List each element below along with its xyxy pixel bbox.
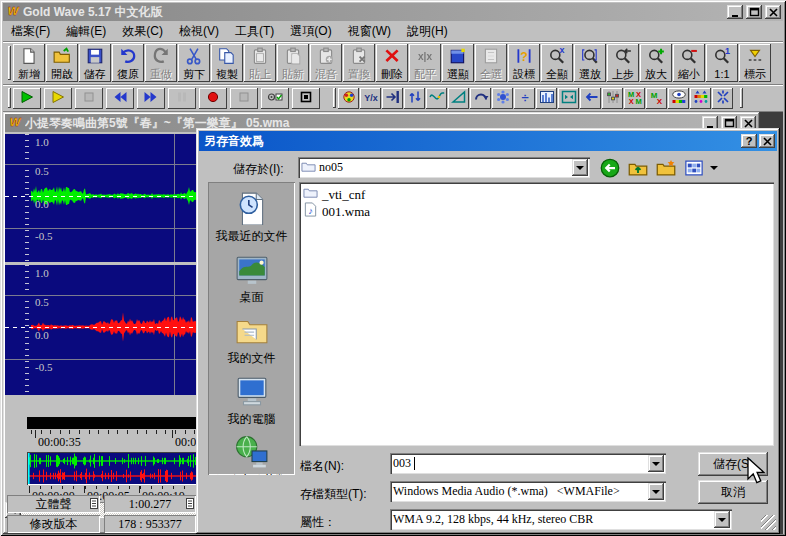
- status-time-position[interactable]: 1:00.277: [104, 495, 196, 513]
- equalizer-icon: [539, 89, 555, 108]
- views-dropdown-icon[interactable]: [710, 166, 718, 170]
- my-documents-icon: [235, 313, 269, 350]
- up-folder-icon[interactable]: [626, 157, 650, 179]
- views-icon[interactable]: [682, 157, 706, 179]
- dropdown-arrow-icon[interactable]: [648, 483, 664, 500]
- place-item-0[interactable]: 我最近的文件: [208, 191, 295, 243]
- toolbar-button-save[interactable]: 儲存: [79, 44, 111, 82]
- transport-button-device[interactable]: [292, 88, 320, 109]
- toolbar-gripper[interactable]: [8, 46, 11, 80]
- effect-button-pan[interactable]: MX: [646, 88, 667, 109]
- effect-button-channel-mixer[interactable]: MXXM: [624, 88, 645, 109]
- maximize-button[interactable]: [746, 5, 762, 19]
- transport-button-monitor[interactable]: [261, 88, 289, 109]
- amplitude-ruler: [25, 265, 29, 395]
- toolbar-button-cue-point[interactable]: 標示: [739, 44, 771, 82]
- effect-button-flip[interactable]: [470, 88, 491, 109]
- status-channel-mode[interactable]: 立體聲: [7, 495, 100, 513]
- place-item-1[interactable]: 桌面: [208, 252, 295, 304]
- effect-button-filter-eq[interactable]: [668, 88, 689, 109]
- toolbar-button-zoom-all[interactable]: x全顯: [541, 44, 573, 82]
- menu-item-5[interactable]: 選項(O): [282, 21, 339, 42]
- effect-button-noise-reduction[interactable]: [712, 88, 733, 109]
- dropdown-arrow-icon[interactable]: [572, 159, 588, 176]
- close-button[interactable]: [765, 5, 781, 19]
- svg-text:x: x: [560, 47, 565, 55]
- effect-button-interpolate[interactable]: ÷: [514, 88, 535, 109]
- place-item-4[interactable]: 網路上的芳鄰: [208, 435, 295, 475]
- effect-button-match-volume[interactable]: [404, 88, 425, 109]
- toolbar-button-cut[interactable]: 剪下: [178, 44, 210, 82]
- toolbar-button-zoom-1to1[interactable]: 11:1: [706, 44, 738, 82]
- toolbar-button-undo[interactable]: 復原: [112, 44, 144, 82]
- effect-button-effect-properties[interactable]: [338, 88, 359, 109]
- match-volume-icon: [407, 89, 423, 108]
- file-item-_vti_cnf[interactable]: _vti_cnf: [303, 186, 774, 203]
- svg-text:x|x: x|x: [418, 50, 432, 61]
- transport-button-pause: [168, 88, 196, 109]
- effect-button-equalizer[interactable]: [536, 88, 557, 109]
- dropdown-arrow-icon[interactable]: [648, 455, 664, 472]
- transport-button-fast-forward[interactable]: [137, 88, 165, 109]
- effect-button-expression[interactable]: Y/x: [360, 88, 381, 109]
- toolbar-button-zoom-in[interactable]: 放大: [640, 44, 672, 82]
- effect-button-reverse[interactable]: [558, 88, 579, 109]
- menu-item-7[interactable]: 說明(H): [399, 21, 456, 42]
- transport-button-rewind[interactable]: [106, 88, 134, 109]
- offset-icon: [583, 89, 599, 108]
- place-item-3[interactable]: 我的電腦: [208, 374, 295, 426]
- mechanize-icon: [495, 89, 511, 108]
- new-folder-icon[interactable]: [654, 157, 678, 179]
- attributes-label: 屬性：: [300, 514, 336, 531]
- back-icon[interactable]: [598, 157, 622, 179]
- file-item-001.wma[interactable]: ♪001.wma: [303, 203, 774, 220]
- menu-item-0[interactable]: 檔案(F): [3, 21, 58, 42]
- toolbar-button-select-view[interactable]: 選顯: [442, 44, 474, 82]
- effect-button-volume-shape[interactable]: [602, 88, 623, 109]
- save-button[interactable]: 儲存(S): [698, 452, 768, 476]
- effect-button-mechanize[interactable]: [492, 88, 513, 109]
- menu-item-6[interactable]: 視窗(W): [340, 21, 399, 42]
- transport-button-record[interactable]: [199, 88, 227, 109]
- transport-button-play-all[interactable]: [44, 88, 72, 109]
- attributes-combobox[interactable]: WMA 9.2, 128 kbps, 44 kHz, stereo CBR: [390, 509, 732, 530]
- menu-item-2[interactable]: 效果(C): [114, 21, 171, 42]
- effect-button-spectrum-filter[interactable]: [690, 88, 711, 109]
- timeline-label: 00:00:35: [38, 435, 81, 450]
- effect-button-doppler[interactable]: [426, 88, 447, 109]
- effect-button-bound[interactable]: [382, 88, 403, 109]
- dropdown-arrow-icon[interactable]: [714, 511, 730, 528]
- close-icon[interactable]: [759, 134, 775, 148]
- toolbar-gripper[interactable]: [8, 88, 11, 109]
- toolbar-button-set-marker[interactable]: ?設標: [508, 44, 540, 82]
- resize-grip[interactable]: [761, 515, 776, 530]
- play-icon: [19, 89, 35, 108]
- cancel-button[interactable]: 取消: [698, 480, 768, 504]
- replace-icon: [350, 47, 368, 68]
- toolbar-button-new-file[interactable]: 新增: [13, 44, 45, 82]
- toolbar-button-open-folder[interactable]: 開啟: [46, 44, 78, 82]
- menu-item-1[interactable]: 編輯(E): [58, 21, 114, 42]
- toolbar-button-zoom-out[interactable]: 縮小: [673, 44, 705, 82]
- status-edit-state: 修改版本: [7, 515, 100, 533]
- save-in-combobox[interactable]: no05: [298, 157, 590, 178]
- toolbar-button-delete[interactable]: 刪除: [376, 44, 408, 82]
- place-item-2[interactable]: 我的文件: [208, 313, 295, 365]
- toolbar-gripper[interactable]: [333, 88, 336, 109]
- toolbar-button-zoom-selection[interactable]: 選放: [574, 44, 606, 82]
- transport-button-play[interactable]: [13, 88, 41, 109]
- menu-item-4[interactable]: 工具(T): [227, 21, 282, 42]
- toolbar-button-copy[interactable]: 複製: [211, 44, 243, 82]
- doppler-icon: [429, 89, 445, 108]
- menu-item-3[interactable]: 檢視(V): [171, 21, 227, 42]
- filename-combobox[interactable]: 003: [390, 453, 666, 474]
- help-icon[interactable]: ?: [741, 134, 757, 148]
- file-list[interactable]: _vti_cnf♪001.wma: [299, 182, 774, 446]
- transport-toolbar: Y/x÷MXXMMX: [3, 85, 783, 112]
- toolbar-gripper[interactable]: [740, 88, 743, 109]
- toolbar-button-zoom-previous[interactable]: 上步: [607, 44, 639, 82]
- effect-button-pitch[interactable]: [448, 88, 469, 109]
- filetype-combobox[interactable]: Windows Media Audio (*.wma) <WMAFile>: [390, 481, 666, 502]
- effect-button-offset[interactable]: [580, 88, 601, 109]
- minimize-button[interactable]: [727, 5, 743, 19]
